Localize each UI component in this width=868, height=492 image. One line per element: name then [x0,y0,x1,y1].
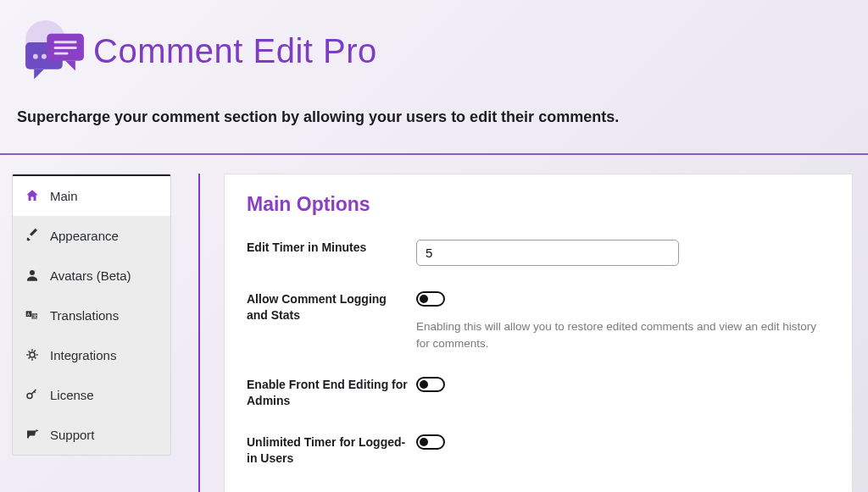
logging-toggle[interactable] [416,291,445,307]
svg-rect-10 [54,53,69,55]
sidebar-item-label: Translations [50,308,119,323]
sidebar-item-label: Avatars (Beta) [50,268,131,283]
svg-rect-9 [54,47,77,49]
svg-marker-7 [65,61,75,71]
content: Main Appearance Avatars (Beta) A文 Transl… [0,155,868,492]
vertical-divider [198,174,200,492]
main-panel: Main Options Edit Timer in Minutes Allow… [224,174,853,492]
svg-text:文: 文 [33,313,37,318]
option-unlimited-timer: Unlimited Timer for Logged-in Users [247,434,830,467]
user-icon [25,268,40,283]
sidebar-item-license[interactable]: License [13,375,170,415]
frontend-edit-toggle[interactable] [416,377,445,392]
option-edit-timer: Edit Timer in Minutes [247,240,830,266]
option-label: Allow Comment Logging and Stats [247,291,416,323]
svg-marker-2 [34,69,44,80]
sidebar-item-main[interactable]: Main [13,174,170,216]
brand: Comment Edit Pro [17,15,851,86]
key-icon [25,387,40,402]
svg-point-4 [42,54,47,59]
gear-icon [25,347,40,362]
option-label: Edit Timer in Minutes [247,240,416,256]
option-frontend-edit: Enable Front End Editing for Admins [247,377,830,409]
sidebar-item-label: Integrations [50,348,116,362]
app-logo-icon [17,15,88,86]
panel-title: Main Options [247,193,830,216]
sidebar-item-label: Appearance [50,229,119,243]
app-title: Comment Edit Pro [93,32,377,70]
translate-icon: A文 [25,307,40,323]
sidebar-item-support[interactable]: Support [13,415,170,455]
unlimited-timer-toggle[interactable] [416,434,445,450]
sidebar-item-appearance[interactable]: Appearance [13,216,170,256]
option-logging: Allow Comment Logging and Stats Enabling… [247,291,830,351]
sidebar-item-label: Support [50,428,95,442]
sidebar: Main Appearance Avatars (Beta) A文 Transl… [12,174,171,456]
sidebar-item-integrations[interactable]: Integrations [13,335,170,375]
home-icon [25,188,40,203]
option-label: Enable Front End Editing for Admins [247,377,416,409]
app-tagline: Supercharge your comment section by allo… [17,108,851,126]
option-label: Unlimited Timer for Logged-in Users [247,434,416,467]
svg-point-16 [27,394,32,399]
support-icon [25,427,40,442]
option-help: Enabling this will allow you to restore … [416,318,830,351]
svg-point-3 [33,54,38,59]
sidebar-item-avatars[interactable]: Avatars (Beta) [13,256,170,296]
sidebar-item-label: Main [50,189,78,203]
sidebar-item-label: License [50,388,94,402]
svg-point-11 [30,270,35,275]
sidebar-item-translations[interactable]: A文 Translations [13,296,170,335]
header: Comment Edit Pro Supercharge your commen… [0,0,868,138]
edit-timer-input[interactable] [416,240,679,266]
brush-icon [25,228,40,243]
svg-rect-8 [54,41,77,43]
